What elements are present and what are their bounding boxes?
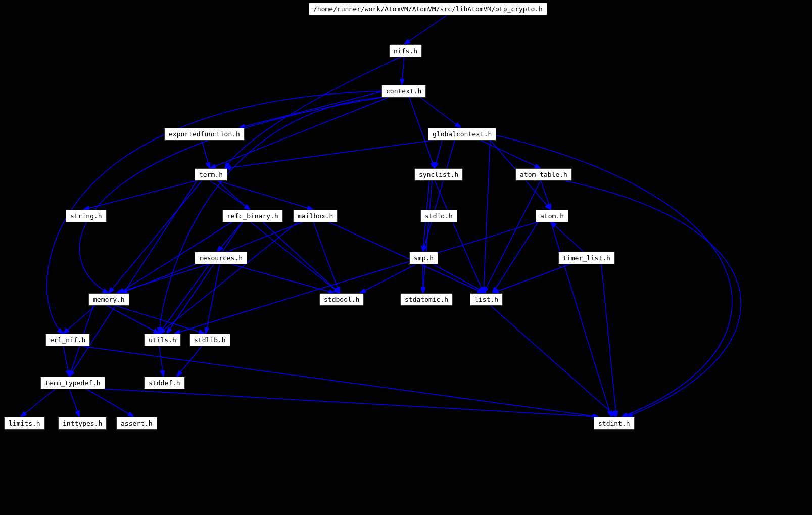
node-stdlib: stdlib.h — [189, 334, 230, 346]
node-limits: limits.h — [4, 417, 45, 430]
node-timer-list: timer_list.h — [558, 252, 615, 264]
svg-line-49 — [86, 389, 134, 417]
svg-line-48 — [69, 389, 79, 417]
svg-line-47 — [21, 389, 56, 417]
svg-line-3 — [239, 91, 384, 128]
svg-line-19 — [217, 180, 340, 293]
node-memory: memory.h — [88, 293, 129, 306]
node-globalcontext: globalcontext.h — [428, 128, 496, 141]
svg-line-7 — [202, 140, 210, 168]
node-term: term.h — [195, 168, 227, 181]
node-context: context.h — [381, 85, 426, 98]
svg-line-12 — [484, 140, 490, 293]
node-refc-binary: refc_binary.h — [222, 210, 283, 222]
svg-line-56 — [493, 222, 538, 293]
svg-line-2 — [402, 57, 404, 85]
node-string: string.h — [66, 210, 107, 222]
svg-line-38 — [601, 264, 616, 417]
node-otp-crypto: /home/runner/work/AtomVM/AtomVM/src/libA… — [309, 3, 547, 15]
node-utils: utils.h — [144, 334, 181, 346]
svg-line-55 — [432, 264, 486, 293]
node-mailbox: mailbox.h — [293, 210, 338, 222]
node-term-typedef: term_typedef.h — [40, 377, 105, 389]
svg-line-43 — [63, 346, 69, 377]
svg-line-53 — [230, 264, 335, 293]
node-nifs: nifs.h — [389, 44, 422, 57]
svg-line-17 — [217, 180, 313, 210]
svg-line-15 — [83, 180, 197, 210]
node-assert: assert.h — [116, 417, 157, 430]
svg-line-32 — [116, 264, 210, 293]
svg-line-39 — [106, 305, 159, 334]
node-list: list.h — [470, 293, 503, 306]
svg-line-21 — [435, 180, 484, 293]
node-stddef: stddef.h — [144, 377, 185, 389]
node-erl-nif: erl_nif.h — [45, 334, 90, 346]
svg-line-30 — [551, 222, 611, 417]
node-stdint: stdint.h — [594, 417, 635, 430]
node-atom-table: atom_table.h — [515, 168, 572, 181]
svg-line-58 — [167, 222, 243, 334]
svg-line-41 — [63, 305, 96, 334]
svg-line-29 — [484, 180, 541, 293]
node-smp: smp.h — [409, 252, 438, 264]
node-atom: atom.h — [536, 210, 568, 222]
svg-line-46 — [177, 346, 202, 377]
node-exportedfunction: exportedfunction.h — [164, 128, 245, 141]
svg-line-50 — [99, 389, 599, 417]
node-synclist: synclist.h — [414, 168, 463, 181]
node-stdio: stdio.h — [420, 210, 457, 222]
svg-line-45 — [159, 346, 163, 377]
node-resources: resources.h — [195, 252, 247, 264]
svg-line-8 — [435, 140, 442, 168]
svg-line-34 — [206, 264, 220, 334]
svg-line-52 — [328, 222, 484, 293]
dependency-graph — [0, 0, 812, 515]
svg-line-1 — [404, 15, 448, 44]
node-inttypes: inttypes.h — [58, 417, 107, 430]
svg-line-14 — [541, 180, 551, 210]
svg-line-42 — [490, 305, 616, 417]
node-stdbool: stdbool.h — [319, 293, 364, 306]
node-stdatomic: stdatomic.h — [400, 293, 453, 306]
svg-line-37 — [493, 264, 571, 293]
svg-line-10 — [225, 140, 435, 168]
svg-line-18 — [109, 180, 202, 293]
